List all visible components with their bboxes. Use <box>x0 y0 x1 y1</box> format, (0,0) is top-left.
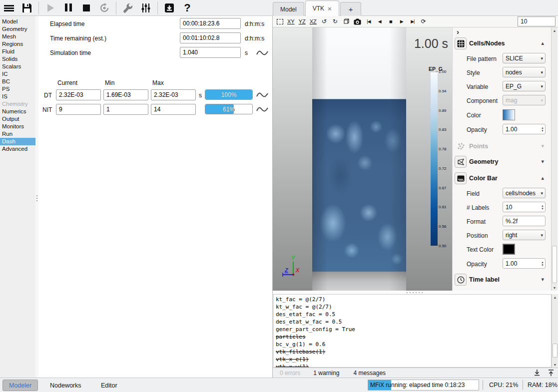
snapshot-button[interactable] <box>352 16 363 26</box>
nit-min-field[interactable]: 1 <box>103 104 148 115</box>
style-dropdown[interactable]: nodes▾ <box>503 67 546 77</box>
color-map-swatch[interactable] <box>503 109 515 120</box>
plot-icon[interactable] <box>256 105 268 113</box>
scrollbar-thumb[interactable] <box>553 344 558 358</box>
nit-max-field[interactable]: 14 <box>151 104 196 115</box>
vtk-viewport[interactable]: 1.00 s EP_G 1.00 0.94 0.89 0.83 0.78 0.7… <box>273 27 452 291</box>
collapse-icon[interactable]: ▾ <box>541 276 544 283</box>
sidebar-item-run[interactable]: Run <box>0 130 35 138</box>
scroll-to-bottom-icon[interactable] <box>534 369 541 377</box>
last-frame-button[interactable]: ▶| <box>408 16 418 26</box>
elapsed-time-field[interactable]: 00:00:18:23.6 <box>180 18 241 29</box>
plot-icon[interactable] <box>256 91 268 99</box>
spin-arrows[interactable]: ▲▼ <box>541 202 544 212</box>
view-xy-button[interactable]: XY <box>286 16 296 26</box>
variable-dropdown[interactable]: EP_G▾ <box>503 81 546 91</box>
reload-button[interactable]: ⟳ <box>419 16 429 26</box>
opacity-spinbox[interactable]: 1.00 ▲▼ <box>503 124 546 134</box>
play-button[interactable] <box>43 1 58 15</box>
section-color-bar[interactable]: Color Bar ▴ <box>453 172 552 185</box>
menu-button[interactable] <box>1 1 16 15</box>
collapse-icon[interactable]: ▴ <box>541 40 544 46</box>
geometry-button[interactable] <box>455 156 467 168</box>
help-button[interactable]: ? <box>180 1 195 15</box>
console-splitter[interactable] <box>273 291 558 294</box>
section-time-label[interactable]: Time label ▾ <box>453 274 552 287</box>
sidebar-item-geometry[interactable]: Geometry <box>0 25 35 33</box>
section-geometry[interactable]: Geometry ▾ <box>453 156 552 169</box>
nodeworks-button[interactable]: Nodeworks <box>44 380 87 391</box>
sidebar-item-ps[interactable]: PS <box>0 85 35 93</box>
colorbar-opacity-spinbox[interactable]: 1.00 ▲▼ <box>503 258 546 269</box>
errors-count[interactable]: 0 errors <box>280 370 300 377</box>
scroll-to-top-icon[interactable] <box>548 369 555 377</box>
sidebar-item-monitors[interactable]: Monitors <box>0 123 35 130</box>
sidebar-item-mesh[interactable]: Mesh <box>0 33 35 40</box>
num-labels-spinbox[interactable]: 10 ▲▼ <box>503 202 546 212</box>
sidebar-item-numerics[interactable]: Numerics <box>0 108 35 115</box>
dt-current-field[interactable]: 2.32E-03 <box>56 89 101 100</box>
spin-arrows[interactable]: ▲▼ <box>541 259 544 268</box>
file-pattern-dropdown[interactable]: SLICE▾ <box>503 53 546 63</box>
section-cells-nodes[interactable]: Cells/Nodes ▴ <box>453 37 552 50</box>
reset-view-button[interactable] <box>275 16 285 26</box>
tab-model[interactable]: Model <box>273 2 304 16</box>
previous-frame-button[interactable]: ◀ <box>375 16 385 26</box>
modeler-button[interactable]: Modeler <box>2 380 38 391</box>
sidebar-item-regions[interactable]: Regions <box>0 40 35 48</box>
view-xz-button[interactable]: XZ <box>308 16 318 26</box>
settings-scrollbar[interactable]: ▲ ▼ <box>551 27 558 291</box>
color-bar-button[interactable] <box>455 172 467 184</box>
stop-button[interactable] <box>79 1 94 15</box>
scrollbar-thumb[interactable] <box>552 246 557 283</box>
nit-current-field[interactable]: 9 <box>56 104 101 115</box>
cells-nodes-button[interactable] <box>455 37 467 49</box>
warnings-count[interactable]: 1 warning <box>313 370 339 377</box>
position-dropdown[interactable]: right▾ <box>503 230 546 240</box>
plot-icon[interactable] <box>256 49 268 57</box>
messages-count[interactable]: 4 messages <box>353 370 386 377</box>
sidebar-item-output[interactable]: Output <box>0 115 35 123</box>
sidebar-item-ic[interactable]: IC <box>0 70 35 78</box>
editor-button[interactable]: Editor <box>95 380 123 391</box>
scroll-down-icon[interactable]: ▼ <box>552 285 558 291</box>
sidebar-item-is[interactable]: IS <box>0 93 35 100</box>
scroll-up-icon[interactable]: ▲ <box>552 27 558 33</box>
rotate-left-button[interactable]: ↺ <box>319 16 329 26</box>
text-color-swatch[interactable] <box>503 244 515 255</box>
sidebar-item-dash[interactable]: Dash <box>0 138 35 145</box>
sidebar-item-fluid[interactable]: Fluid <box>0 48 35 55</box>
sidebar-item-bc[interactable]: BC <box>0 78 35 85</box>
first-frame-button[interactable]: |◀ <box>364 16 374 26</box>
rotate-right-button[interactable]: ↻ <box>330 16 340 26</box>
sidebar-item-advanced[interactable]: Advanced <box>0 145 35 153</box>
field-dropdown[interactable]: cells/nodes▾ <box>503 188 546 198</box>
reset-button[interactable] <box>97 1 112 15</box>
collapse-icon[interactable]: ▾ <box>541 158 544 165</box>
collapse-panel-button[interactable]: › <box>457 27 459 36</box>
dt-max-field[interactable]: 2.32E-03 <box>151 89 196 100</box>
time-label-button[interactable] <box>455 274 467 286</box>
parameters-button[interactable] <box>138 1 153 15</box>
scroll-down-icon[interactable]: ▼ <box>552 362 558 368</box>
console-scrollbar[interactable]: ▲ ▼ <box>552 294 558 368</box>
console-output[interactable]: kt_fac = @(2/7) kt_w_fac = @(2/7) des_et… <box>273 294 552 368</box>
tab-new[interactable]: + <box>340 2 362 16</box>
sidebar-item-model[interactable]: Model <box>0 18 35 25</box>
close-icon[interactable]: × <box>328 5 332 12</box>
format-input[interactable]: %.2f <box>503 216 546 226</box>
sidebar-item-scalars[interactable]: Scalars <box>0 63 35 70</box>
save-button[interactable] <box>19 1 34 15</box>
stop-playback-button[interactable]: ■ <box>386 16 396 26</box>
sidebar-item-solids[interactable]: Solids <box>0 55 35 63</box>
settings-button[interactable] <box>120 1 135 15</box>
spin-arrows[interactable]: ▲▼ <box>541 124 544 134</box>
scroll-up-icon[interactable]: ▲ <box>552 294 558 300</box>
simulation-time-field[interactable]: 1.040 <box>180 47 241 58</box>
export-button[interactable] <box>162 1 177 15</box>
time-remaining-field[interactable]: 00:01:10:02.8 <box>180 32 241 43</box>
tab-vtk[interactable]: VTK× <box>305 0 339 16</box>
perspective-button[interactable] <box>341 16 351 26</box>
view-yz-button[interactable]: YZ <box>297 16 307 26</box>
collapse-icon[interactable]: ▴ <box>541 175 544 181</box>
